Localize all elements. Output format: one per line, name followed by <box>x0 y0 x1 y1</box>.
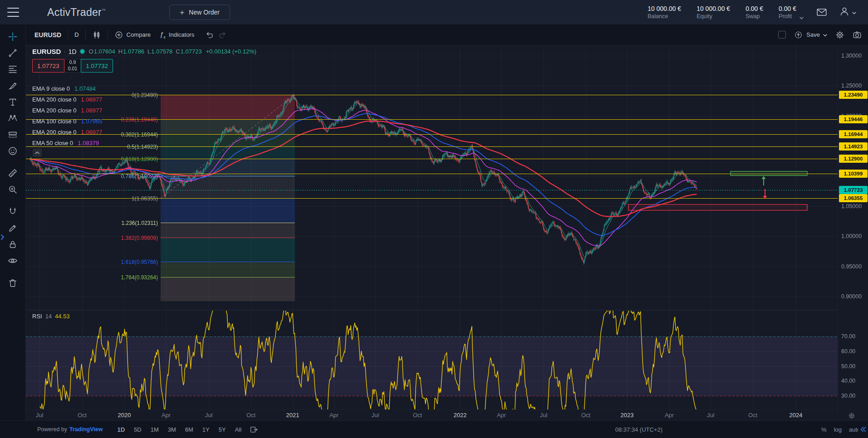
new-order-button[interactable]: + New Order <box>169 5 230 20</box>
go-to-date-icon[interactable] <box>250 425 258 434</box>
redo-icon[interactable] <box>218 30 227 39</box>
text-tool-icon[interactable] <box>5 94 21 110</box>
price-alert-badge[interactable]: 1.23490 <box>839 91 868 99</box>
indicator-legend-row[interactable]: EMA 100 close 01.07965 <box>32 116 103 127</box>
collapse-indicators-button[interactable] <box>33 149 42 157</box>
percent-scale-toggle[interactable]: % <box>821 426 827 433</box>
brush-tool-icon[interactable] <box>5 78 21 94</box>
rsi-scale-label: 70.00 <box>841 333 855 340</box>
range-button-5D[interactable]: 5D <box>130 425 145 434</box>
price-alert-badge[interactable]: 1.10399 <box>839 170 868 178</box>
eye-tool-icon[interactable] <box>5 253 21 269</box>
indicators-button[interactable]: ƒx Indicators <box>160 30 194 39</box>
compare-button[interactable]: Compare <box>114 30 151 39</box>
panel-expand-chevron-icon[interactable] <box>0 233 5 242</box>
tradingview-link[interactable]: TradingView <box>69 426 103 433</box>
indicator-name: EMA 50 close 0 <box>32 140 73 146</box>
undo-icon[interactable] <box>205 30 214 39</box>
zoom-tool-icon[interactable] <box>5 181 21 198</box>
fibonacci-tool-icon[interactable] <box>5 61 21 78</box>
range-button-5Y[interactable]: 5Y <box>215 425 230 434</box>
profit-stat[interactable]: 0.00 € Profit <box>779 5 804 19</box>
range-button-1Y[interactable]: 1Y <box>199 425 213 434</box>
indicator-name: EMA 9 close 0 <box>32 85 70 92</box>
indicator-legend-row[interactable]: EMA 9 close 01.07484 <box>32 83 103 94</box>
multichart-checkbox[interactable] <box>778 31 786 39</box>
interval-button[interactable]: D <box>74 31 78 38</box>
indicator-legend-row[interactable]: EMA 200 close 01.06977 <box>32 127 103 137</box>
price-alert-badge[interactable]: 1.06355 <box>839 194 868 202</box>
price-alert-badge[interactable]: 1.12900 <box>839 155 868 163</box>
chart-area: JulOct2020AprJulOct2021AprJulOct2022AprJ… <box>26 45 838 421</box>
price-label: 1.05000 <box>841 203 862 210</box>
time-axis[interactable]: JulOct2020AprJulOct2021AprJulOct2022AprJ… <box>26 409 838 421</box>
price-label: 1.00000 <box>841 233 862 240</box>
new-order-label: New Order <box>189 9 220 16</box>
screenshot-camera-icon[interactable] <box>853 30 862 39</box>
range-button-1D[interactable]: 1D <box>113 425 128 434</box>
range-button-6M[interactable]: 6M <box>181 425 197 434</box>
bid-ask-widget[interactable]: 1.07723 0.9 0.01 1.07732 <box>32 59 113 73</box>
chart-type-icon[interactable] <box>92 30 101 39</box>
divider <box>85 30 86 40</box>
time-label: Oct <box>748 410 757 421</box>
chevron-down-icon[interactable] <box>799 13 804 21</box>
magnet-tool-icon[interactable] <box>5 204 21 220</box>
time-label: Jul <box>36 410 44 421</box>
save-button[interactable]: Save <box>794 30 827 39</box>
time-label: Jul <box>707 410 715 421</box>
crosshair-tool-icon[interactable] <box>5 29 21 45</box>
indicator-legend-row[interactable]: EMA 200 close 01.06977 <box>32 94 103 105</box>
price-axis[interactable]: 1.300001.250001.200001.050001.000000.950… <box>838 45 868 421</box>
symbol-button[interactable]: EURUSD <box>34 31 61 39</box>
draw-tool-icon[interactable] <box>5 220 21 236</box>
price-label: 1.30000 <box>841 52 862 59</box>
position-tool-icon[interactable] <box>5 127 21 143</box>
swap-value: 0.00 € <box>745 5 763 12</box>
bottom-bar: Powered by TradingView 1D5D1M3M6M1Y5YAll… <box>0 420 868 438</box>
collapse-panel-chevrons-icon[interactable] <box>859 426 867 433</box>
time-label: Apr <box>665 410 674 421</box>
range-button-3M[interactable]: 3M <box>164 425 180 434</box>
auto-scale-toggle[interactable]: auto <box>849 426 858 433</box>
ruler-tool-icon[interactable] <box>5 165 21 181</box>
menu-icon[interactable] <box>7 8 19 17</box>
time-label: Apr <box>497 410 506 421</box>
rsi-pane-canvas[interactable] <box>26 311 838 409</box>
time-label: Apr <box>162 410 171 421</box>
axis-settings-gear-icon[interactable] <box>848 412 855 421</box>
profit-label: Profit <box>779 13 796 19</box>
range-button-All[interactable]: All <box>231 425 245 434</box>
ask-price[interactable]: 1.07732 <box>81 59 113 73</box>
pattern-tool-icon[interactable] <box>5 110 21 127</box>
trash-tool-icon[interactable] <box>5 275 21 291</box>
indicator-value: 1.07965 <box>81 118 103 125</box>
indicator-name: EMA 200 close 0 <box>32 107 77 114</box>
trendline-tool-icon[interactable] <box>5 45 21 61</box>
scale-controls: % log auto <box>821 426 858 433</box>
divider <box>68 30 68 40</box>
user-icon <box>839 6 850 19</box>
price-alert-badge[interactable]: 1.16944 <box>839 130 868 138</box>
cloud-save-icon <box>794 30 803 39</box>
emoji-tool-icon[interactable] <box>5 143 21 159</box>
range-button-1M[interactable]: 1M <box>147 425 162 434</box>
account-menu[interactable] <box>839 6 856 19</box>
log-scale-toggle[interactable]: log <box>834 426 842 433</box>
settings-gear-icon[interactable] <box>835 30 844 39</box>
current-price-badge[interactable]: 1.07723 <box>839 186 868 194</box>
time-label: Jul <box>205 410 213 421</box>
mail-icon[interactable] <box>816 7 827 18</box>
equity-label: Equity <box>696 13 730 19</box>
chevron-down-icon <box>823 31 827 38</box>
time-label: Jul <box>540 410 548 421</box>
clock-label[interactable]: 08:37:34 (UTC+2) <box>615 426 662 433</box>
bid-price[interactable]: 1.07723 <box>32 59 64 73</box>
main-chart-canvas[interactable] <box>26 45 838 310</box>
indicator-legend-row[interactable]: EMA 200 close 01.06977 <box>32 105 103 116</box>
price-alert-badge[interactable]: 1.14923 <box>839 142 868 151</box>
lock-tool-icon[interactable] <box>5 236 21 253</box>
indicator-legend-row[interactable]: EMA 50 close 01.08379 <box>32 137 103 148</box>
price-alert-badge[interactable]: 1.19446 <box>839 115 868 123</box>
save-label: Save <box>806 31 820 38</box>
